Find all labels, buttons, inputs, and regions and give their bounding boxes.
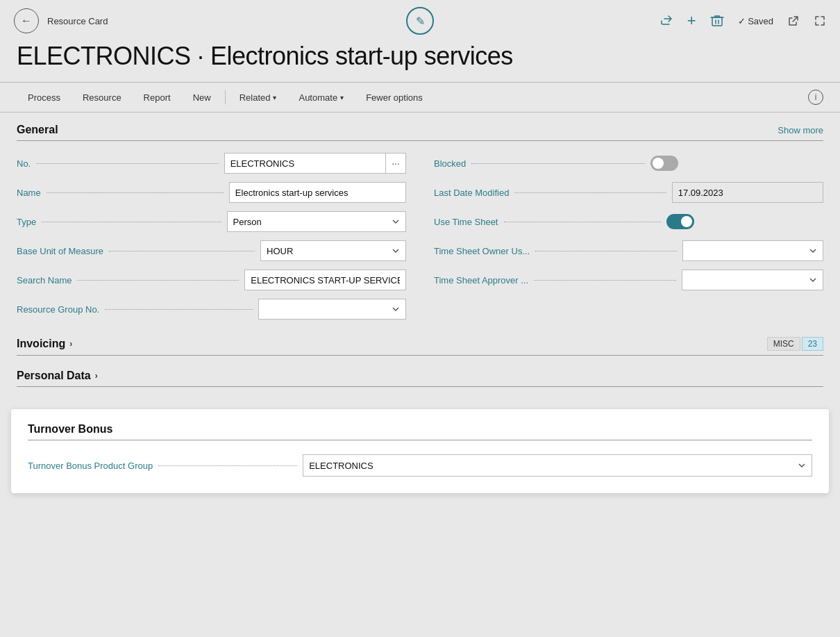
type-dots: [42, 222, 221, 222]
resource-group-row: Resource Group No.: [17, 298, 406, 320]
turnover-bonus-card: Turnover Bonus Turnover Bonus Product Gr…: [11, 409, 829, 493]
resource-group-label: Resource Group No.: [17, 304, 99, 315]
time-sheet-approver-row: Time Sheet Approver ...: [434, 269, 823, 291]
blocked-dots: [471, 163, 644, 164]
right-column: Blocked Last Date Modified 17.09.2023: [434, 152, 823, 320]
use-time-sheet-row: Use Time Sheet: [434, 210, 823, 233]
nav-new[interactable]: New: [182, 82, 222, 113]
resource-group-field: [258, 299, 406, 320]
type-row: Type Person Machine: [17, 210, 406, 233]
share-button[interactable]: [660, 14, 673, 28]
nav-process[interactable]: Process: [17, 82, 72, 113]
blocked-toggle[interactable]: [650, 156, 678, 171]
chevron-down-icon-automate: ▾: [340, 94, 344, 101]
back-button[interactable]: ←: [14, 8, 39, 33]
last-date-dots: [514, 192, 666, 193]
search-name-label: Search Name: [17, 275, 72, 286]
type-select[interactable]: Person Machine: [227, 211, 406, 232]
show-more-button[interactable]: Show more: [778, 125, 823, 135]
time-sheet-owner-field: [682, 240, 823, 261]
name-input[interactable]: [229, 182, 406, 203]
add-icon: +: [687, 12, 696, 30]
svg-rect-0: [712, 17, 722, 26]
general-section-header: General Show more: [17, 124, 823, 141]
last-date-value: 17.09.2023: [672, 182, 823, 203]
blocked-row: Blocked: [434, 152, 823, 174]
turnover-bonus-title: Turnover Bonus: [28, 423, 112, 436]
nav-related[interactable]: Related ▾: [228, 82, 288, 113]
toolbar-icons: + ✓ Saved: [660, 12, 826, 30]
no-field: ···: [224, 153, 406, 174]
use-time-sheet-toggle[interactable]: [666, 214, 694, 229]
base-unit-field: HOUR: [260, 240, 406, 261]
last-date-field: 17.09.2023: [672, 182, 823, 203]
invoicing-badge-count: 23: [802, 337, 823, 351]
no-input-group: ···: [224, 153, 406, 174]
use-time-sheet-dots: [504, 222, 661, 222]
nav-automate[interactable]: Automate ▾: [287, 82, 355, 113]
top-bar: ← Resource Card ✎ + ✓ Saved: [0, 0, 840, 42]
last-date-label: Last Date Modified: [434, 188, 509, 198]
base-unit-row: Base Unit of Measure HOUR: [17, 240, 406, 262]
personal-data-header[interactable]: Personal Data ›: [17, 370, 823, 387]
main-container: ← Resource Card ✎ + ✓ Saved: [0, 0, 840, 637]
add-button[interactable]: +: [687, 12, 696, 30]
chevron-down-icon: ▾: [273, 94, 276, 101]
turnover-bonus-product-group-row: Turnover Bonus Product Group ELECTRONICS: [28, 454, 812, 477]
saved-status: ✓ Saved: [738, 16, 773, 26]
page-type-label: Resource Card: [47, 16, 108, 26]
general-section: General Show more No. ···: [17, 124, 823, 320]
search-name-input[interactable]: [244, 270, 406, 290]
expand-button[interactable]: [814, 15, 826, 27]
no-label: No.: [17, 158, 31, 169]
search-name-field: [244, 270, 406, 290]
blocked-field: [650, 156, 823, 171]
saved-label: ✓ Saved: [738, 16, 773, 26]
use-time-sheet-label: Use Time Sheet: [434, 217, 498, 227]
turnover-bonus-product-group-field: ELECTRONICS: [303, 454, 812, 477]
nav-report[interactable]: Report: [133, 82, 182, 113]
nav-bar: Process Resource Report New Related ▾ Au…: [0, 82, 840, 113]
turnover-bonus-header: Turnover Bonus: [28, 423, 812, 440]
time-sheet-approver-select[interactable]: [682, 270, 823, 290]
no-input[interactable]: [224, 153, 385, 174]
invoicing-chevron: ›: [69, 339, 72, 349]
resource-group-select[interactable]: [258, 299, 406, 320]
nav-fewer-options[interactable]: Fewer options: [355, 82, 434, 113]
time-sheet-owner-label: Time Sheet Owner Us...: [434, 246, 530, 256]
general-title: General: [17, 124, 58, 136]
resource-group-dots: [105, 309, 253, 310]
time-sheet-owner-dots: [535, 251, 676, 251]
time-sheet-approver-field: [682, 270, 823, 290]
turnover-bonus-product-group-label: Turnover Bonus Product Group: [28, 461, 153, 471]
info-icon[interactable]: i: [808, 90, 823, 105]
turnover-bonus-product-group-select[interactable]: ELECTRONICS: [303, 454, 812, 477]
time-sheet-owner-select[interactable]: [682, 240, 823, 261]
no-dots: [36, 163, 218, 164]
delete-button[interactable]: [710, 14, 724, 28]
base-unit-label: Base Unit of Measure: [17, 246, 103, 256]
left-column: No. ··· Name: [17, 152, 406, 320]
expand-icon: [814, 15, 826, 27]
name-field: [229, 182, 406, 203]
external-link-icon: [787, 15, 800, 27]
search-name-dots: [77, 280, 239, 281]
invoicing-badge-misc: MISC: [767, 337, 800, 351]
no-ellipsis-btn[interactable]: ···: [385, 153, 406, 174]
turnover-bonus-dots: [158, 465, 297, 466]
blocked-label: Blocked: [434, 158, 466, 169]
base-unit-select[interactable]: HOUR: [260, 240, 406, 261]
time-sheet-approver-label: Time Sheet Approver ...: [434, 275, 528, 286]
invoicing-header[interactable]: Invoicing › MISC 23: [17, 337, 823, 356]
back-icon: ←: [21, 15, 32, 27]
last-date-row: Last Date Modified 17.09.2023: [434, 181, 823, 204]
personal-data-title: Personal Data ›: [17, 370, 98, 382]
time-sheet-approver-dots: [534, 280, 675, 281]
name-label: Name: [17, 188, 41, 198]
nav-separator: [225, 90, 226, 104]
external-link-button[interactable]: [787, 15, 800, 27]
search-name-row: Search Name: [17, 269, 406, 291]
invoicing-section: Invoicing › MISC 23: [17, 337, 823, 356]
edit-button[interactable]: ✎: [406, 7, 434, 35]
nav-resource[interactable]: Resource: [72, 82, 133, 113]
